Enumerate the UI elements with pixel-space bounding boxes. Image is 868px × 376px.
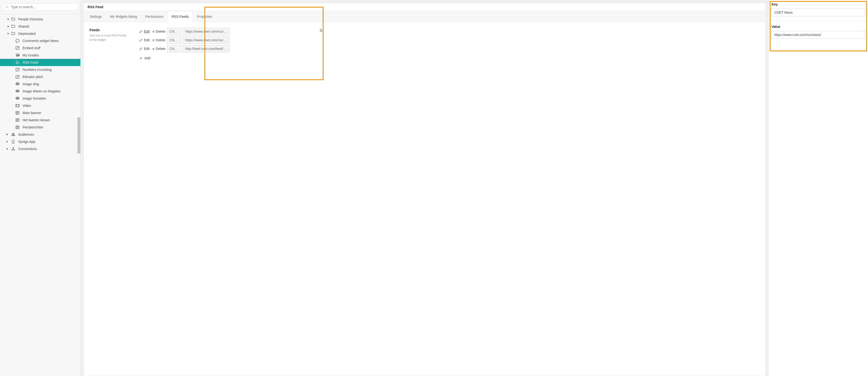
edit-label: Edit (144, 38, 150, 42)
embed-icon (16, 46, 20, 50)
sidebar-item-het-laatste-nieuws[interactable]: Het laatste nieuws (0, 116, 80, 124)
sidebar-item-label: Deprecated (18, 32, 35, 35)
tab-settings[interactable]: Settings (86, 11, 106, 22)
close-icon (152, 48, 155, 50)
sidebar-item-label: RSS Feed (23, 60, 38, 64)
tab-my-widgets-listing[interactable]: My Widgets listing (106, 11, 141, 22)
sidebar-item-image-weten-en-regelen[interactable]: Image Weten en Regelen (0, 88, 80, 95)
feed-key-input[interactable] (167, 36, 181, 44)
delete-button[interactable]: Delete (152, 47, 165, 51)
sidebar-item-label: Image Smoelen (23, 96, 46, 100)
pencil-icon (140, 47, 143, 51)
audience-icon (11, 132, 16, 137)
scrollbar-thumb[interactable] (78, 117, 80, 153)
sidebar-item-rss-feed[interactable]: RSS Feed (0, 59, 80, 66)
feeds-heading: Feeds (90, 28, 128, 32)
feed-key-input[interactable] (167, 45, 181, 52)
sidebar-item-deprecated[interactable]: Deprecated (0, 30, 80, 37)
tab-rss-feeds[interactable]: RSS Feeds (168, 11, 193, 22)
delete-button[interactable]: Delete (152, 38, 165, 42)
delete-label: Delete (156, 38, 165, 42)
edit-button[interactable]: Edit (140, 47, 150, 51)
search-icon (5, 5, 9, 9)
feed-key-input[interactable] (167, 28, 181, 35)
sidebar-item-label: Embed stuff (23, 46, 40, 50)
image-icon (16, 96, 20, 100)
feed-url-input[interactable] (183, 36, 229, 44)
rss-icon (16, 60, 20, 65)
search-input[interactable] (11, 5, 75, 9)
caret-icon (7, 134, 8, 136)
edit-button[interactable]: Edit (140, 30, 150, 33)
add-button[interactable]: Add (140, 56, 150, 60)
sidebar-item-image-vlog[interactable]: Image vlog (0, 81, 80, 88)
feed-url-input[interactable] (183, 28, 229, 35)
embed-icon (16, 67, 20, 72)
sidebar-item-video[interactable]: Video (0, 102, 80, 109)
value-input[interactable] (772, 31, 865, 39)
news-icon (16, 125, 20, 129)
search-box[interactable] (2, 3, 78, 10)
sidebar-item-elevator-pitch[interactable]: Elevator pitch (0, 73, 80, 81)
sidebar-item-numbers-crunching[interactable]: Numbers crunching (0, 66, 80, 73)
key-input[interactable] (772, 9, 865, 16)
delete-label: Delete (156, 30, 165, 33)
sidebar-item-connections[interactable]: Connections (0, 145, 80, 152)
sidebar-item-persberichten[interactable]: Persberichten (0, 124, 80, 131)
edit-label: Edit (144, 47, 150, 51)
svg-point-3 (16, 63, 17, 64)
sidebar: People DirectorySharedDeprecatedComments… (0, 0, 81, 376)
cursor-icon (320, 28, 323, 33)
key-label: Key (772, 2, 865, 6)
plus-icon (140, 57, 143, 60)
mobile-icon (11, 140, 16, 144)
sidebar-item-shared[interactable]: Shared (0, 23, 80, 30)
sidebar-item-label: Shared (18, 25, 29, 28)
tab-properties[interactable]: Properties (193, 11, 216, 22)
edit-button[interactable]: Edit (140, 38, 150, 42)
pencil-icon (140, 30, 143, 33)
folder-icon (11, 31, 16, 36)
comment-icon (16, 39, 20, 43)
delete-label: Delete (156, 47, 165, 51)
svg-line-30 (13, 149, 14, 150)
close-icon (152, 30, 155, 33)
sidebar-item-my-grades[interactable]: My Grades (0, 52, 80, 59)
feed-list: Edit Delete Edit Delete Edit Delete Add (140, 28, 274, 60)
feeds-description: Add one or more RSS Feeds to the widget (90, 33, 128, 42)
sidebar-item-label: My Grades (23, 53, 39, 57)
feed-url-input[interactable] (183, 45, 229, 52)
tab-permissions[interactable]: Permissions (141, 11, 167, 22)
feed-row: Edit Delete (140, 28, 274, 35)
sidebar-item-label: Elevator pitch (23, 75, 43, 79)
right-panel: Key Value (769, 0, 868, 376)
caret-icon (7, 148, 8, 150)
sidebar-item-label: Audiences (18, 133, 34, 136)
sidebar-item-embed-stuff[interactable]: Embed stuff (0, 45, 80, 52)
svg-point-22 (13, 134, 14, 135)
sidebar-tree: People DirectorySharedDeprecatedComments… (0, 14, 80, 376)
caret-icon (7, 141, 8, 143)
feed-row: Edit Delete (140, 45, 274, 52)
add-label: Add (145, 56, 150, 60)
sidebar-item-label: Synigo App (18, 140, 35, 144)
folder-icon (11, 24, 16, 29)
page-title: RSS Feed (84, 3, 765, 11)
scrollbar-track[interactable] (78, 14, 80, 376)
sidebar-item-label: Comments widget News (23, 39, 59, 43)
delete-button[interactable]: Delete (152, 30, 165, 33)
sidebar-item-people-directory[interactable]: People Directory (0, 16, 80, 23)
sidebar-item-synigo-app[interactable]: Synigo App (0, 138, 80, 145)
sidebar-item-main-banner[interactable]: Main banner (0, 109, 80, 116)
image-icon (16, 89, 20, 93)
feeds-content: Feeds Add one or more RSS Feeds to the w… (84, 22, 765, 66)
sidebar-item-audiences[interactable]: Audiences (0, 131, 80, 138)
sidebar-item-label: Persberichten (23, 125, 43, 129)
separator (769, 21, 868, 21)
sidebar-item-label: Numbers crunching (23, 68, 52, 71)
sidebar-item-image-smoelen[interactable]: Image Smoelen (0, 95, 80, 102)
news-icon (16, 111, 20, 115)
sidebar-item-comments-widget-news[interactable]: Comments widget News (0, 37, 80, 45)
grad-icon (16, 53, 20, 57)
close-icon (152, 39, 155, 41)
